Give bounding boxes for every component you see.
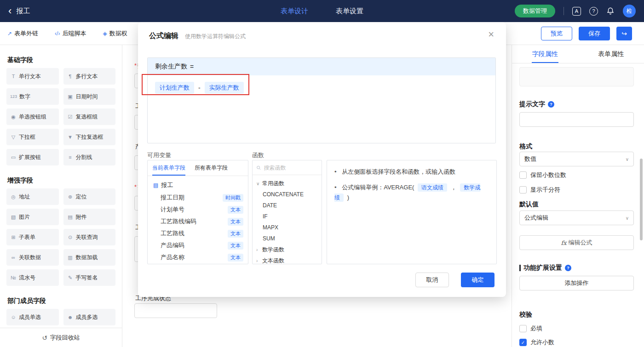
permission-icon: ◈ bbox=[103, 30, 107, 37]
question-icon[interactable]: ? bbox=[565, 265, 571, 271]
extension-settings-title: 功能扩展设置 ? bbox=[519, 264, 571, 272]
variable-row-plan-no[interactable]: 计划单号 文本 bbox=[148, 204, 248, 216]
default-value-select[interactable]: 公式编辑 ∨ bbox=[519, 210, 634, 225]
field-item-member-single[interactable]: ☺成员单选 bbox=[6, 309, 59, 325]
cancel-button[interactable]: 取消 bbox=[415, 273, 449, 287]
variable-row-route-code[interactable]: 工艺路线编码 文本 bbox=[148, 216, 248, 228]
group-label: 常用函数 bbox=[262, 180, 284, 188]
function-search-input[interactable] bbox=[264, 165, 318, 171]
example-chip-chinese-score: 语文成绩 bbox=[418, 183, 447, 192]
field-chip-actual-qty[interactable]: 实际生产数 bbox=[205, 82, 244, 94]
field-item-radio-group[interactable]: ◉单选按钮组 bbox=[6, 108, 59, 125]
field-chip-planned-qty[interactable]: 计划生产数 bbox=[155, 82, 194, 94]
allow-decimal-checkbox[interactable]: ✓ 允许小数 bbox=[519, 338, 554, 347]
field-item-serial-number[interactable]: №流水号 bbox=[6, 269, 59, 286]
field-item-single-line-text[interactable]: T单行文本 bbox=[6, 68, 59, 85]
field-item-member-multi[interactable]: ☻成员多选 bbox=[63, 309, 116, 325]
field-description-box[interactable] bbox=[519, 67, 634, 86]
modal-footer: 取消 确定 bbox=[415, 273, 494, 287]
formula-edit-modal: 公式编辑 使用数学运算符编辑公式 × 剩余生产数 = 计划生产数 - 实际生产数… bbox=[138, 22, 506, 297]
variable-row-product-name[interactable]: 产品名称 文本 bbox=[148, 251, 248, 263]
field-item-signature[interactable]: ✎手写签名 bbox=[63, 269, 116, 286]
variable-row-report-date[interactable]: 报工日期 时间戳 bbox=[148, 192, 248, 204]
tab-current-form-fields[interactable]: 当前表单字段 bbox=[148, 160, 190, 176]
preview-button[interactable]: 预览 bbox=[541, 27, 572, 40]
save-button[interactable]: 保存 bbox=[579, 27, 610, 40]
field-item-number[interactable]: 123数字 bbox=[6, 88, 59, 105]
field-item-checkbox-group[interactable]: ☑复选框组 bbox=[63, 108, 116, 125]
variable-row-product-code[interactable]: 产品编码 文本 bbox=[148, 239, 248, 251]
format-label: 格式 bbox=[519, 142, 532, 151]
confirm-button[interactable]: 确定 bbox=[461, 273, 494, 287]
modal-header: 公式编辑 使用数学运算符编辑公式 bbox=[138, 22, 506, 41]
function-item-date[interactable]: DATE bbox=[253, 200, 322, 211]
field-item-address[interactable]: ◎地址 bbox=[6, 188, 59, 205]
tab-all-form-fields[interactable]: 所有表单字段 bbox=[190, 160, 232, 176]
field-item-multi-line-text[interactable]: ¶多行文本 bbox=[63, 68, 116, 85]
function-item-mapx[interactable]: MAPX bbox=[253, 222, 322, 233]
required-star: * bbox=[134, 62, 137, 69]
field-item-select[interactable]: ▽下拉框 bbox=[6, 129, 59, 145]
scrollbar[interactable] bbox=[640, 159, 643, 240]
nav-form-design[interactable]: 表单设计 bbox=[281, 7, 308, 16]
field-item-attachment[interactable]: ▤附件 bbox=[63, 209, 116, 225]
data-load-icon: ▥ bbox=[67, 255, 74, 261]
field-item-label: 复选框组 bbox=[76, 113, 98, 121]
group-math-functions[interactable]: › 数学函数 bbox=[253, 244, 322, 255]
hint-text-input[interactable] bbox=[519, 112, 634, 127]
field-item-linked-query[interactable]: ⊙关联查询 bbox=[63, 229, 116, 245]
edit-formula-button[interactable]: fx 编辑公式 bbox=[519, 235, 634, 250]
formula-editor[interactable]: 剩余生产数 = 计划生产数 - 实际生产数 bbox=[147, 57, 496, 143]
function-item-concatenate[interactable]: CONCATENATE bbox=[253, 189, 322, 200]
field-recycle-bin[interactable]: ↺ 字段回收站 bbox=[0, 328, 122, 347]
form-node[interactable]: ▤ 报工 bbox=[148, 179, 248, 192]
signature-icon: ✎ bbox=[67, 275, 74, 281]
tab-field-properties[interactable]: 字段属性 bbox=[512, 45, 578, 63]
field-item-label: 图片 bbox=[19, 213, 30, 221]
function-search[interactable] bbox=[253, 160, 322, 175]
field-item-divider[interactable]: ≡分割线 bbox=[63, 149, 116, 165]
properties-panel: 字段属性 表单属性 提示文字 ? 格式 数值 ∨ 保留小数位数 显示千分符 默认… bbox=[512, 45, 644, 347]
required-checkbox[interactable]: 必填 bbox=[519, 324, 542, 333]
add-action-button[interactable]: 添加操作 bbox=[519, 276, 634, 290]
field-item-location[interactable]: ⊕定位 bbox=[63, 188, 116, 205]
toolbar-item-data-permission[interactable]: ◈ 数据权 bbox=[103, 29, 127, 38]
field-item-image[interactable]: ▧图片 bbox=[6, 209, 59, 225]
formula-result-field: 剩余生产数 bbox=[155, 63, 187, 71]
format-value: 数值 bbox=[524, 155, 536, 163]
field-item-data-load[interactable]: ▥数据加载 bbox=[63, 249, 116, 266]
members-icon: ☻ bbox=[67, 314, 74, 320]
canvas-field-input[interactable] bbox=[134, 303, 217, 318]
toolbar-item-external-link[interactable]: ↗ 表单外链 bbox=[7, 29, 38, 38]
formula-result-row: 剩余生产数 = bbox=[148, 58, 495, 75]
variable-row-route[interactable]: 工艺路线 文本 bbox=[148, 228, 248, 239]
field-item-multi-select[interactable]: ▼下拉复选框 bbox=[63, 129, 116, 145]
share-button[interactable]: ↪ bbox=[616, 27, 632, 40]
group-common-functions[interactable]: ∨ 常用函数 bbox=[253, 178, 322, 189]
question-icon[interactable]: ? bbox=[548, 101, 554, 108]
checkbox-icon: ☑ bbox=[67, 114, 74, 120]
nav-form-settings[interactable]: 表单设置 bbox=[336, 7, 363, 16]
chevron-down-icon: ∨ bbox=[256, 181, 260, 186]
group-text-functions[interactable]: › 文本函数 bbox=[253, 255, 322, 264]
tab-form-properties[interactable]: 表单属性 bbox=[578, 45, 644, 63]
function-item-if[interactable]: IF bbox=[253, 211, 322, 222]
field-item-datetime[interactable]: ▣日期时间 bbox=[63, 88, 116, 105]
close-icon[interactable]: × bbox=[488, 29, 494, 40]
variable-name: 产品名称 bbox=[161, 253, 184, 262]
functions-section-label: 函数 bbox=[252, 151, 264, 159]
thousand-separator-checkbox[interactable]: 显示千分符 bbox=[519, 186, 560, 194]
toolbar-item-backend-script[interactable]: ‹/› 后端脚本 bbox=[55, 29, 86, 38]
format-select[interactable]: 数值 ∨ bbox=[519, 152, 634, 166]
hint-text-label: 提示文字 ? bbox=[519, 100, 554, 108]
checkbox-label: 显示千分符 bbox=[530, 186, 560, 194]
subform-icon: ⊞ bbox=[10, 234, 17, 240]
toolbar-item-label: 表单外链 bbox=[14, 29, 38, 38]
keep-decimal-checkbox[interactable]: 保留小数位数 bbox=[519, 171, 566, 179]
field-item-subform[interactable]: ⊞子表单 bbox=[6, 229, 59, 245]
example-prefix: 公式编辑举例：AVERAGE( bbox=[342, 184, 414, 191]
field-item-linked-data[interactable]: ∞关联数据 bbox=[6, 249, 59, 266]
field-item-label: 日期时间 bbox=[76, 93, 98, 101]
field-item-extend-button[interactable]: ▭扩展按钮 bbox=[6, 149, 59, 165]
function-item-sum[interactable]: SUM bbox=[253, 233, 322, 244]
